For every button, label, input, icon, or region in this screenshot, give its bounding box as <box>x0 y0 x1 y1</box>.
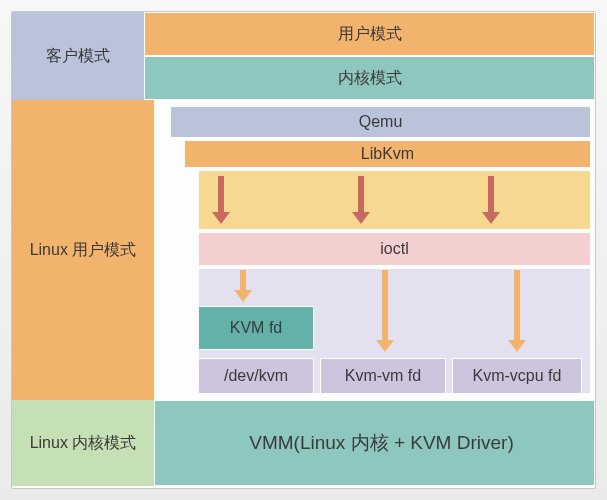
kvm-fd-box: KVM fd <box>198 306 314 350</box>
linux-user-mode-row: Linux 用户模式 Qemu LibKvm ioctl KVM fd /dev… <box>12 100 595 400</box>
kvm-architecture-diagram: 客户模式 用户模式 内核模式 Linux 用户模式 Qemu LibKvm io… <box>11 11 596 489</box>
dispatch-layer <box>198 170 591 230</box>
dev-kvm-box: /dev/kvm <box>198 358 314 394</box>
vmm-layer: VMM(Linux 内核 + KVM Driver) <box>154 400 595 486</box>
qemu-layer: Qemu <box>170 106 591 138</box>
linux-kernel-mode-label: Linux 内核模式 <box>12 400 154 486</box>
guest-user-mode: 用户模式 <box>144 12 595 56</box>
guest-mode-row: 客户模式 用户模式 内核模式 <box>12 12 595 100</box>
linux-kernel-mode-row: Linux 内核模式 VMM(Linux 内核 + KVM Driver) <box>12 400 595 486</box>
guest-mode-content: 用户模式 内核模式 <box>144 12 595 100</box>
ioctl-layer: ioctl <box>198 232 591 266</box>
linux-user-mode-content: Qemu LibKvm ioctl KVM fd /dev/kvm Kvm-vm… <box>154 100 595 400</box>
kvm-vm-fd-box: Kvm-vm fd <box>320 358 446 394</box>
guest-mode-label: 客户模式 <box>12 12 144 100</box>
libkvm-layer: LibKvm <box>184 140 591 168</box>
linux-user-mode-label: Linux 用户模式 <box>12 100 154 400</box>
guest-kernel-mode: 内核模式 <box>144 56 595 100</box>
kvm-vcpu-fd-box: Kvm-vcpu fd <box>452 358 582 394</box>
